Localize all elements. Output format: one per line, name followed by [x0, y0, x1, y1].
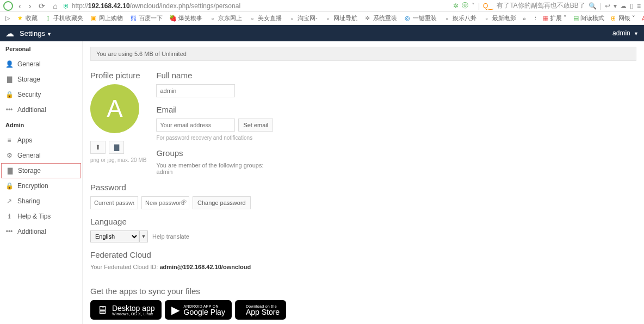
bookmark-item[interactable]: ◎一键重装: [401, 14, 439, 22]
chevron-down-icon: ▼: [634, 31, 639, 36]
ext-item[interactable]: ▤阅读模式: [571, 14, 606, 22]
ext-menu-icon[interactable]: ⋮: [532, 15, 538, 22]
sidebar-item-label: Sharing: [17, 197, 40, 205]
sidebar-item-icon: ↗: [5, 197, 13, 205]
fullname-heading: Full name: [156, 71, 273, 80]
sidebar-item-sharing[interactable]: ↗Sharing: [0, 194, 82, 209]
forward-icon[interactable]: ›: [27, 2, 34, 10]
sidebar-item-label: General: [17, 60, 41, 68]
fullname-input[interactable]: [156, 84, 235, 97]
bookmark-item[interactable]: ▫淘宝网-: [286, 14, 320, 22]
language-select[interactable]: English: [90, 230, 139, 242]
bookmark-play-icon[interactable]: ▷: [3, 15, 12, 22]
current-password-input[interactable]: [90, 196, 138, 209]
promo-text[interactable]: 有了TA你的副驾再也不敢BB了: [497, 1, 585, 10]
federated-cloud-id: Your Federated Cloud ID: admin@192.168.4…: [90, 264, 636, 270]
sidebar-item-help-tips[interactable]: ℹHelp & Tips: [0, 209, 82, 224]
browser-logo-icon: [3, 1, 13, 11]
mobile-icon[interactable]: ▯: [630, 2, 634, 10]
sidebar-item-icon: •••: [5, 106, 13, 114]
language-dropdown-button[interactable]: ▼: [139, 230, 148, 242]
bookmark-item[interactable]: ✲系统重装: [362, 14, 399, 22]
sidebar-item-icon: 👤: [5, 60, 13, 68]
avatar: A: [90, 84, 139, 133]
sidebar-item-icon: 🔒: [5, 182, 13, 190]
sidebar-item-storage[interactable]: ▇Storage: [1, 163, 81, 178]
change-password-button[interactable]: Change password: [193, 196, 251, 209]
ext-item[interactable]: ▦扩展˅: [541, 14, 569, 22]
browser-nav-bar: ‹ › ⟳ ⌂ ⛨ http://192.168.42.10/owncloud/…: [0, 0, 644, 12]
search-vendor-icon: Q‿: [483, 2, 493, 10]
bookmark-item[interactable]: ★收藏: [14, 14, 40, 22]
reload-icon[interactable]: ⟳: [36, 2, 47, 10]
ext-item[interactable]: Aa翻译˅: [640, 14, 644, 22]
sidebar-heading-admin: Admin: [0, 117, 82, 133]
sidebar-item-label: Encryption: [17, 182, 48, 190]
menu-icon[interactable]: ≡: [637, 2, 641, 10]
sidebar-item-icon: ⚙: [5, 152, 13, 159]
upload-avatar-button[interactable]: ⬆: [90, 141, 106, 154]
bookmark-item[interactable]: ▫网址导航: [322, 14, 360, 22]
sidebar-item-label: Apps: [17, 136, 32, 144]
bookmark-item[interactable]: ▫京东网上: [207, 14, 244, 22]
bookmark-more-icon[interactable]: »: [521, 15, 528, 22]
email-hint: For password recovery and notifications: [156, 135, 273, 141]
bookmark-item[interactable]: ▫最新电影: [481, 14, 518, 22]
sidebar-item-icon: ▇: [6, 167, 14, 175]
google-play-badge[interactable]: ▶ ANDROID APP ONGoogle Play: [165, 300, 232, 320]
groups-text: You are member of the following groups:: [156, 162, 273, 169]
help-translate-link[interactable]: Help translate: [152, 233, 189, 240]
sidebar-item-label: Security: [17, 91, 41, 98]
sidebar-item-additional[interactable]: •••Additional: [0, 102, 82, 117]
language-heading: Language: [90, 217, 636, 226]
edge-icon[interactable]: ⓔ: [462, 1, 468, 10]
bookmarks-bar: ▷ ★收藏 ▯手机收藏夹 ▣网上购物 熊百度一下 🍓爆笑糗事 ▫京东网上 ▫美女…: [0, 12, 644, 25]
bookmark-item[interactable]: ▯手机收藏夹: [42, 14, 85, 22]
bookmark-item[interactable]: 熊百度一下: [127, 14, 165, 22]
email-input[interactable]: [156, 119, 235, 132]
app-store-badge[interactable]: Download on theApp Store: [235, 300, 286, 320]
profile-picture-heading: Profile picture: [90, 71, 146, 80]
select-avatar-button[interactable]: ▇: [109, 141, 124, 154]
home-icon[interactable]: ⌂: [51, 2, 59, 10]
bookmark-item[interactable]: ▫美女直播: [246, 14, 284, 22]
sidebar-item-encryption[interactable]: 🔒Encryption: [0, 178, 82, 194]
settings-sidebar: Personal 👤General▇Storage🔒Security•••Add…: [0, 41, 83, 324]
sidebar-item-general[interactable]: ⚙General: [0, 148, 82, 163]
sidebar-item-icon: 🔒: [5, 91, 13, 98]
bookmark-item[interactable]: ▣网上购物: [88, 14, 125, 22]
desktop-app-badge[interactable]: 🖥 Desktop appWindows, OS X, Linux: [90, 300, 162, 320]
back-icon[interactable]: ‹: [16, 2, 23, 10]
cloud-icon[interactable]: ☁: [620, 2, 627, 10]
sidebar-item-icon: ▇: [5, 76, 13, 83]
sidebar-item-apps[interactable]: ≡Apps: [0, 133, 82, 148]
app-header: ☁ Settings▼ admin ▼: [0, 25, 644, 41]
sidebar-item-label: Storage: [17, 76, 40, 83]
user-menu[interactable]: admin ▼: [612, 29, 639, 37]
play-icon: ▶: [171, 303, 179, 316]
sidebar-item-security[interactable]: 🔒Security: [0, 87, 82, 102]
sidebar-item-storage[interactable]: ▇Storage: [0, 72, 82, 87]
bookmark-item[interactable]: 🍓爆笑糗事: [167, 14, 205, 22]
sidebar-item-additional[interactable]: •••Additional: [0, 224, 82, 239]
url-text: http://192.168.42.10/owncloud/index.php/…: [72, 2, 240, 10]
sidebar-item-label: Help & Tips: [17, 213, 51, 220]
sidebar-heading-personal: Personal: [0, 41, 82, 57]
set-email-button[interactable]: Set email: [238, 119, 273, 132]
search-icon[interactable]: 🔍: [589, 2, 597, 10]
address-bar[interactable]: ⛨ http://192.168.42.10/owncloud/index.ph…: [63, 2, 450, 10]
owncloud-logo-icon[interactable]: ☁: [5, 28, 14, 39]
sidebar-item-general[interactable]: 👤General: [0, 57, 82, 72]
settings-menu[interactable]: Settings▼: [20, 29, 52, 38]
sync-icon[interactable]: ✲: [453, 2, 459, 10]
ext-item[interactable]: ⛨网银˅: [609, 14, 637, 22]
undo-icon[interactable]: ↩: [605, 2, 610, 10]
chevron-down-icon[interactable]: ˅: [472, 2, 475, 10]
quota-info: You are using 5.6 MB of Unlimited: [90, 47, 636, 61]
bookmark-item[interactable]: ▫娱乐八卦: [441, 14, 479, 22]
federated-cloud-heading: Federated Cloud: [90, 250, 636, 259]
password-heading: Password: [90, 183, 636, 192]
toggle-password-icon[interactable]: 👁: [181, 198, 187, 205]
sidebar-item-icon: •••: [5, 228, 13, 235]
main-content: You are using 5.6 MB of Unlimited Profil…: [83, 41, 644, 324]
